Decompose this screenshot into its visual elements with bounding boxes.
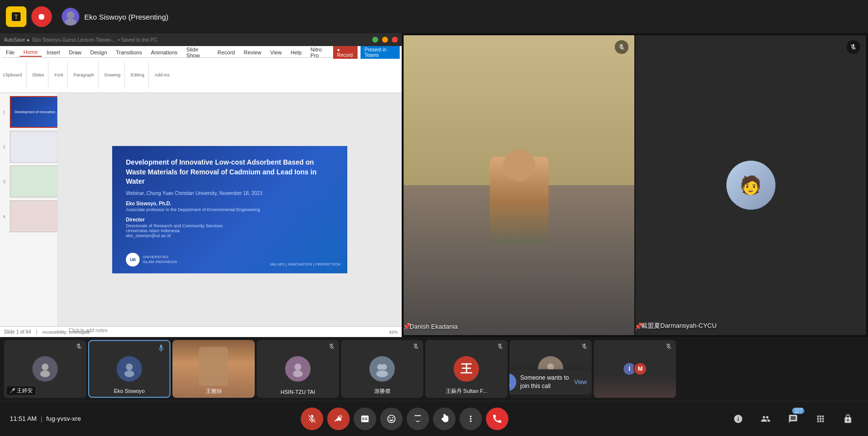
svg-point-7 [124, 370, 134, 377]
participant-speaking-1 [157, 344, 166, 355]
ribbon-clipboard-label: Clipboard [3, 73, 22, 77]
ppt-close-btn[interactable] [392, 37, 398, 43]
slide-university: Universitas Islam Indonesia [126, 228, 334, 233]
record-icon[interactable]: ⏺ [31, 6, 52, 27]
ppt-zoom[interactable]: 42% [389, 330, 398, 335]
participant-tile-4[interactable]: 游勝傑 [341, 340, 423, 398]
darmansyah-name: 戴盟夏Darmansyah-CYCU [641, 321, 717, 330]
ppt-maximize-btn[interactable] [382, 37, 388, 43]
toolbar-controls [301, 408, 508, 430]
participant-name-4: 游勝傑 [341, 388, 423, 395]
svg-point-8 [294, 363, 301, 370]
ribbon-drawing-label: Drawing [104, 73, 121, 77]
ppt-titlebar: AutoSave ● Eko Siswoyo-Guess Lecture-Tai… [0, 33, 402, 46]
powerpoint-window: AutoSave ● Eko Siswoyo-Guess Lecture-Tai… [0, 33, 402, 337]
slide-email: eko_siswoyo@uii.ac.id [126, 233, 334, 238]
participant-avatar-4 [369, 356, 395, 382]
multi-avatar-group: I M [623, 362, 647, 376]
darmansyah-mute-icon [846, 40, 860, 54]
video-grid: 📌 Danish Ekadania 🧑 📌 戴盟夏Darmansyah-CYCU [402, 33, 868, 337]
ppt-main-slide: Development of Innovative Low-cost Adsor… [58, 93, 402, 326]
info-button[interactable] [728, 409, 748, 429]
presenter-info: Eko Siswoyo (Presenting) [62, 8, 169, 25]
tab-nitro[interactable]: Nitro Pro [307, 46, 332, 59]
participant-name-5: 王蘇丹 Sultan F... [425, 388, 507, 395]
slide-presenter-role: Associate professor in the Department of… [126, 207, 334, 212]
participants-button[interactable] [755, 409, 776, 429]
participants-strip: 🎤 王婷安 Eko Siswoyo 王雅玢 [0, 337, 868, 401]
mic-button[interactable] [301, 408, 323, 430]
tab-insert[interactable]: Insert [43, 48, 64, 56]
ribbon-addins-label: Add-ins [155, 73, 170, 77]
tab-home[interactable]: Home [20, 48, 42, 57]
tab-animations[interactable]: Animations [147, 48, 181, 56]
raise-hand-button[interactable] [433, 408, 456, 430]
ppt-ribbon-tabs: File Home Insert Draw Design Transitions… [2, 47, 400, 58]
main-area: AutoSave ● Eko Siswoyo-Guess Lecture-Tai… [0, 33, 868, 337]
toolbar-right: 227 [728, 409, 858, 429]
meeting-id: fug-yvsv-xre [46, 415, 81, 422]
tab-review[interactable]: Review [240, 48, 265, 56]
slide-area: AutoSave ● Eko Siswoyo-Guess Lecture-Tai… [0, 33, 402, 337]
notification-view-btn[interactable]: View [574, 379, 587, 386]
svg-point-4 [42, 363, 48, 370]
captions-button[interactable] [354, 408, 376, 430]
tab-slideshow[interactable]: Slide Show [182, 46, 213, 59]
ppt-title: Eko Siswoyo-Guess Lecture-Taiwan-... • S… [32, 37, 157, 43]
tab-record[interactable]: Record [214, 48, 239, 56]
participant-name-2: 王雅玢 [172, 388, 255, 395]
ppt-ribbon: File Home Insert Draw Design Transitions… [0, 46, 402, 93]
participant-tile-1[interactable]: Eko Siswoyo [88, 340, 170, 398]
tab-transitions[interactable]: Transitions [112, 48, 146, 56]
ppt-slides-panel[interactable]: 1 Development of Innovative... 2 3 [0, 93, 58, 326]
participant-name-1: Eko Siswoyo [89, 388, 169, 394]
chat-button[interactable]: 227 [783, 409, 803, 429]
participant-tile-6[interactable]: denny derm... Someone wants to join this… [509, 340, 592, 398]
participant-avatar-5: 王 [454, 356, 479, 382]
ribbon-font-label: Font [54, 73, 63, 77]
ppt-autosave: AutoSave ● [4, 37, 29, 43]
slide-tagline: VALUES | INNOVATION | PERFECTION [270, 262, 340, 266]
slide-thumb-4[interactable]: 4 [10, 200, 55, 232]
participant-mute-3 [328, 343, 335, 351]
more-options-button[interactable] [459, 408, 482, 430]
participant-tile-7[interactable]: I M [594, 340, 676, 398]
tab-file[interactable]: File [2, 48, 19, 56]
participant-tile-2[interactable]: 王雅玢 [172, 340, 255, 398]
hangup-button[interactable] [486, 408, 508, 430]
apps-button[interactable] [810, 409, 831, 429]
svg-point-5 [40, 370, 50, 377]
participant-tile-0[interactable]: 🎤 王婷安 [4, 340, 86, 398]
slide-content: Development of Innovative Low-cost Adsor… [112, 146, 347, 273]
slide-thumb-3[interactable]: 3 [10, 166, 55, 197]
tab-draw[interactable]: Draw [65, 48, 86, 56]
ppt-statusbar: Slide 1 of 64 | Accessibility: Investiga… [0, 326, 402, 337]
participant-tile-3[interactable]: HSIN-TZU TAI [257, 340, 339, 398]
btn-record[interactable]: ● Record [333, 46, 358, 59]
ppt-minimize-btn[interactable] [372, 37, 378, 43]
participant-mute-7 [665, 343, 672, 351]
tab-design[interactable]: Design [86, 48, 111, 56]
notification-text: Someone wants to join this call [520, 374, 570, 390]
participant-mute-4 [412, 343, 419, 351]
meeting-time: 11:51 AM [10, 415, 37, 422]
present-button[interactable] [407, 408, 429, 430]
participant-name-3: HSIN-TZU TAI [257, 389, 339, 395]
svg-text:T: T [14, 13, 18, 21]
presenter-avatar [62, 8, 79, 25]
btn-present-in-teams[interactable]: Present in Teams [361, 46, 400, 59]
tab-help[interactable]: Help [287, 48, 306, 56]
slide-thumb-2[interactable]: 2 [10, 131, 55, 163]
svg-point-16 [509, 383, 510, 388]
participant-tile-5[interactable]: 王 王蘇丹 Sultan F... [425, 340, 507, 398]
ppt-slide-count: Slide 1 of 64 [4, 329, 31, 335]
tab-view[interactable]: View [266, 48, 286, 56]
danish-name: Danish Ekadania [410, 323, 458, 330]
reactions-button[interactable] [380, 408, 403, 430]
camera-button[interactable] [327, 408, 350, 430]
video-tile-danish: 📌 Danish Ekadania [404, 35, 634, 335]
lock-button[interactable] [838, 409, 858, 429]
svg-point-9 [293, 370, 303, 377]
participant-mute-6 [581, 343, 588, 351]
slide-thumb-1[interactable]: 1 Development of Innovative... [10, 96, 55, 128]
